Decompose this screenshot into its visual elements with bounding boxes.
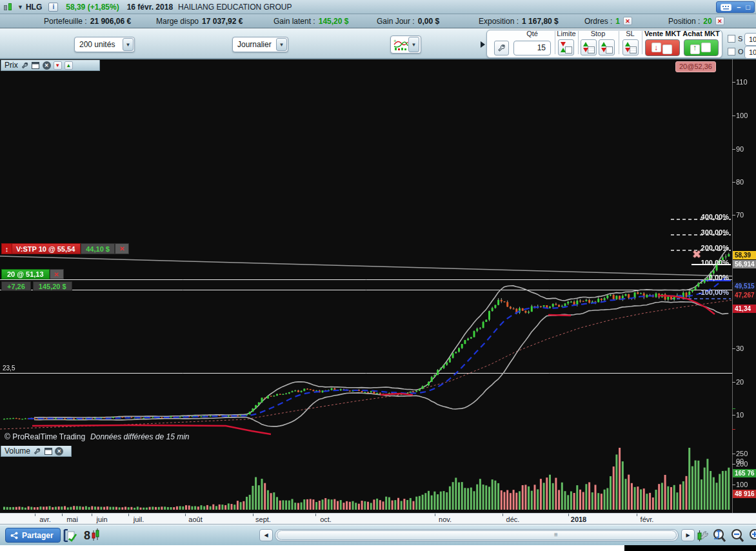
percent-level-label: -100,00% [671, 288, 729, 296]
keyboard-icon[interactable] [721, 4, 731, 11]
chart-list-check-icon[interactable] [61, 528, 79, 543]
portfolio-item-value: 20 [703, 17, 711, 26]
horizontal-level-label: 23,5 [3, 365, 15, 372]
portfolio-item-value: 0,00 $ [418, 17, 439, 26]
info-icon[interactable]: i [48, 3, 58, 12]
portfolio-item: Ordres :1✕ [584, 17, 632, 26]
month-label: sept. [255, 516, 271, 523]
cancel-order-button[interactable]: ✕ [115, 243, 129, 254]
s-checkbox[interactable] [728, 35, 735, 43]
pl-value: 145,20 $ [33, 281, 72, 291]
last-price-change: 58,39 (+1,85%) [66, 3, 119, 12]
linked-charts-icon[interactable]: 8 [83, 528, 102, 543]
month-label: mai [66, 516, 78, 523]
scroll-left-button[interactable]: ◀ [259, 529, 273, 541]
collapse-panel-icon[interactable] [481, 41, 485, 48]
month-tick [568, 514, 569, 516]
chevron-down-icon: ▼ [408, 37, 419, 52]
scrollbar-grip: ≡ [554, 531, 559, 538]
chart-settings-icon[interactable] [695, 528, 710, 543]
price-pane-title: Prix [5, 61, 18, 70]
price-axis-tick: 100 [736, 112, 748, 119]
symbol-dropdown-icon[interactable]: ▼ [17, 4, 23, 10]
price-tag: 49,515 [733, 282, 756, 290]
price-chart-canvas[interactable] [0, 59, 756, 513]
portfolio-item: Gain latent :145,20 $ [274, 17, 348, 26]
zoom-adjust-icon[interactable] [711, 528, 728, 543]
chart-scrollbar[interactable]: ≡ [275, 529, 679, 541]
stop-limit-order-button[interactable] [599, 39, 615, 55]
position-label[interactable]: 20 @ 51,13 [1, 269, 50, 279]
month-tick [92, 514, 92, 516]
chart-area[interactable]: Prix ✕ ▼ ▲ Volume ✕ 20@52,36 ✖ ↕ [0, 59, 756, 513]
stop-order-label[interactable]: V:STP 10 @ 55,54 [12, 243, 81, 254]
order-history-tag: 20@52,36 [675, 61, 716, 72]
scroll-right-button[interactable]: ▶ [681, 529, 695, 541]
move-pane-down-icon[interactable]: ▼ [54, 61, 62, 70]
stop-order-button[interactable] [581, 39, 597, 55]
order-drag-handle[interactable]: ↕ [1, 243, 12, 254]
wrench-icon[interactable] [33, 447, 41, 456]
wrench-icon[interactable] [21, 61, 29, 70]
share-button[interactable]: Partager [5, 528, 61, 543]
position-row: 20 @ 51,13 ✕ [1, 269, 64, 279]
close-icon[interactable]: ✕ [623, 17, 632, 25]
indicator-chart-icon: + [393, 38, 408, 51]
limit-label: Limite [556, 30, 577, 37]
close-icon[interactable]: ✕ [715, 17, 724, 25]
month-label: déc. [506, 516, 520, 523]
zoom-out-icon[interactable] [729, 528, 746, 543]
s-value-input[interactable]: 10 [744, 33, 756, 46]
month-label: juin [96, 516, 107, 523]
price-axis-tick: 70 [736, 211, 744, 219]
units-select[interactable]: 200 unités ▼ [74, 37, 135, 52]
month-label: 2018 [571, 516, 586, 523]
sell-market-button[interactable]: ↓ [645, 39, 680, 56]
close-icon[interactable]: ✕ [43, 61, 51, 70]
o-checkbox[interactable] [728, 48, 735, 55]
order-fill-marker: ✖ [692, 248, 701, 261]
s-checkbox-label: S [738, 35, 742, 43]
portfolio-item: Portefeuille :21 906,06 € [44, 17, 131, 26]
portfolio-item: Gain Jour :0,00 $ [377, 17, 439, 26]
portfolio-item-label: Exposition : [479, 17, 519, 26]
o-value-input[interactable]: 10 [744, 46, 756, 59]
quote-date: 16 févr. 2018 [127, 3, 173, 12]
portfolio-item-value: 21 906,06 € [90, 17, 131, 26]
month-label: oct. [320, 516, 332, 523]
instrument-name: HAILIANG EDUCATION GROUP [178, 3, 292, 12]
price-axis-tick: 110 [736, 78, 748, 86]
buy-market-button[interactable]: ↑ [684, 39, 719, 56]
price-tag: 41,34 [733, 305, 756, 313]
close-icon[interactable]: ✕ [55, 447, 63, 456]
portfolio-item-value: 145,20 $ [319, 17, 349, 26]
portfolio-item-label: Ordres : [584, 17, 612, 26]
volume-pane-header: Volume ✕ [1, 446, 72, 457]
window-icon[interactable] [32, 61, 40, 70]
month-tick [62, 514, 63, 516]
move-pane-up-icon[interactable]: ▲ [65, 61, 73, 70]
price-axis-tick: 10 [736, 411, 744, 419]
window-controls: – □ [716, 1, 755, 13]
window-icon[interactable] [44, 447, 52, 456]
month-tick [35, 514, 35, 516]
quantity-input[interactable]: 15 [513, 41, 551, 55]
maximize-button[interactable]: □ [746, 1, 750, 13]
scrollbar-thumb[interactable] [277, 530, 677, 540]
percent-level-label: 0,00% [671, 274, 729, 281]
price-axis-tick: 30 [736, 345, 744, 352]
price-tag: 58,39 [733, 251, 756, 259]
limit-order-button[interactable] [558, 39, 574, 55]
month-label: nov. [439, 516, 452, 523]
stop-loss-order-button[interactable] [622, 39, 639, 55]
minimize-button[interactable]: – [737, 1, 741, 13]
close-position-button[interactable]: ✕ [50, 269, 64, 279]
month-label: juil. [134, 516, 144, 523]
stop-label: Stop [580, 30, 616, 37]
order-settings-button[interactable] [494, 41, 509, 55]
zoom-in-icon[interactable] [747, 528, 756, 543]
indicators-button[interactable]: + ▼ [390, 35, 421, 54]
share-icon [10, 532, 18, 539]
month-tick [315, 514, 316, 516]
timeframe-select[interactable]: Journalier ▼ [232, 37, 288, 52]
